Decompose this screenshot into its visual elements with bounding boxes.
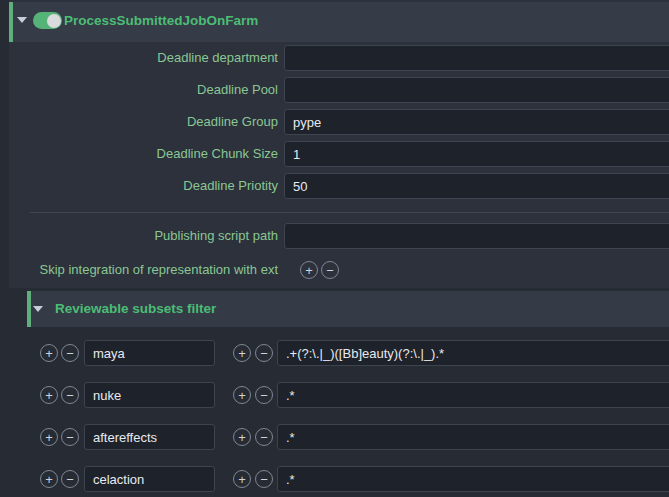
input-deadline-department[interactable] [284,45,669,71]
remove-key-button[interactable]: − [61,428,79,446]
plugin-title: ProcessSubmittedJobOnFarm [64,13,258,28]
remove-pattern-button[interactable]: − [255,428,273,446]
add-item-button[interactable]: + [300,261,318,279]
add-pattern-button[interactable]: + [233,470,251,488]
filter-key-input[interactable] [84,424,215,450]
input-deadline-priority[interactable] [284,173,669,199]
label-deadline-department: Deadline department [0,45,278,71]
remove-key-button[interactable]: − [61,386,79,404]
plugin-accent-bar [9,2,13,42]
plugin-enabled-toggle[interactable] [33,12,62,29]
label-deadline-pool: Deadline Pool [0,77,278,103]
filter-key-input[interactable] [84,466,215,492]
add-pattern-button[interactable]: + [233,386,251,404]
label-publishing-script-path: Publishing script path [0,223,278,249]
remove-item-button[interactable]: − [321,261,339,279]
filter-pattern-input[interactable] [277,424,669,450]
add-key-button[interactable]: + [40,344,58,362]
label-skip-integration: Skip integration of representation with … [0,257,278,283]
remove-pattern-button[interactable]: − [255,344,273,362]
filter-key-input[interactable] [84,340,215,366]
settings-screen: ProcessSubmittedJobOnFarm Deadline depar… [0,0,669,497]
input-deadline-pool[interactable] [284,77,669,103]
chevron-down-icon[interactable] [33,306,43,312]
divider [30,212,669,213]
filter-pattern-input[interactable] [277,340,669,366]
filter-pattern-input[interactable] [277,382,669,408]
add-key-button[interactable]: + [40,386,58,404]
add-pattern-button[interactable]: + [233,344,251,362]
remove-key-button[interactable]: − [61,470,79,488]
input-deadline-chunk-size[interactable] [284,141,669,167]
input-publishing-script-path[interactable] [284,223,669,249]
remove-pattern-button[interactable]: − [255,470,273,488]
toggle-knob-icon [47,14,61,28]
filter-pattern-input[interactable] [277,466,669,492]
filter-section-accent-bar [27,291,31,327]
add-pattern-button[interactable]: + [233,428,251,446]
input-deadline-group[interactable] [284,109,669,135]
chevron-down-icon[interactable] [17,17,27,23]
remove-pattern-button[interactable]: − [255,386,273,404]
add-key-button[interactable]: + [40,470,58,488]
label-deadline-group: Deadline Group [0,109,278,135]
filter-key-input[interactable] [84,382,215,408]
filter-section-title: Reviewable subsets filter [55,301,216,316]
label-deadline-chunk-size: Deadline Chunk Size [0,141,278,167]
label-deadline-priority: Deadline Priotity [0,173,278,199]
add-key-button[interactable]: + [40,428,58,446]
remove-key-button[interactable]: − [61,344,79,362]
